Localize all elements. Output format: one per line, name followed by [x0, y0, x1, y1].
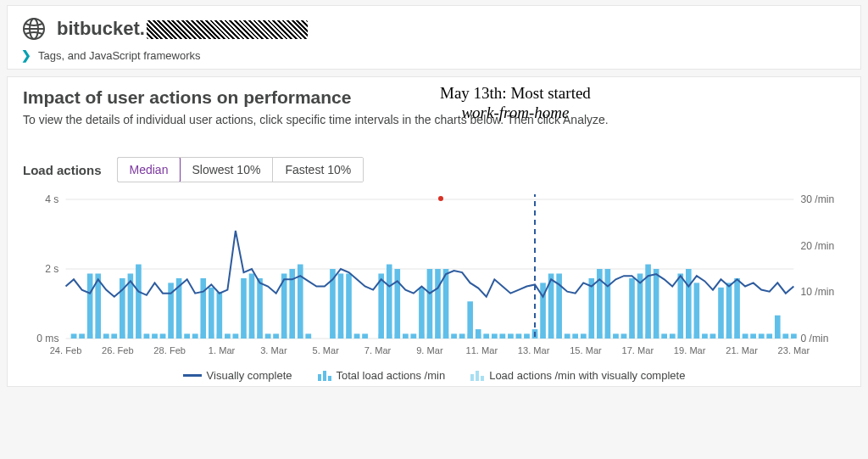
annotation-line2: work-from-home — [440, 104, 591, 123]
svg-rect-102 — [87, 273, 93, 339]
svg-text:5. Mar: 5. Mar — [313, 345, 340, 355]
svg-text:24. Feb: 24. Feb — [50, 345, 82, 355]
tab-slowest[interactable]: Slowest 10% — [180, 158, 273, 182]
svg-rect-123 — [257, 278, 263, 339]
svg-rect-170 — [661, 334, 667, 339]
svg-text:17. Mar: 17. Mar — [622, 345, 654, 355]
svg-rect-136 — [387, 265, 392, 339]
svg-rect-143 — [443, 269, 449, 339]
page: bitbucket. ❯ Tags, and JavaScript framew… — [0, 5, 868, 459]
svg-rect-119 — [225, 334, 231, 339]
marker-dot-icon — [438, 196, 443, 201]
svg-rect-148 — [483, 334, 489, 339]
legend-bars-light: Load actions /min with visually complete — [470, 369, 685, 382]
legend-bars-light-icon — [470, 371, 484, 381]
svg-rect-185 — [783, 334, 789, 339]
svg-rect-129 — [306, 334, 312, 339]
svg-text:28. Feb: 28. Feb — [153, 345, 186, 355]
app-name-text: bitbucket. — [57, 18, 145, 39]
svg-rect-146 — [467, 301, 473, 339]
panel-title: Impact of user actions on performance — [23, 87, 845, 108]
legend-bars-light-label: Load actions /min with visually complete — [489, 369, 685, 382]
svg-rect-114 — [184, 334, 190, 339]
chevron-right-icon: ❯ — [21, 48, 31, 62]
svg-rect-109 — [144, 334, 150, 339]
legend-bars-solid-label: Total load actions /min — [337, 369, 446, 382]
svg-text:20 /min: 20 /min — [800, 240, 834, 252]
chart-frame[interactable]: 4 s2 s0 ms30 /min20 /min10 /min0 /min24.… — [23, 194, 845, 381]
svg-rect-120 — [233, 334, 239, 339]
svg-rect-175 — [702, 334, 708, 339]
svg-rect-166 — [629, 278, 635, 339]
svg-rect-116 — [200, 278, 206, 339]
svg-rect-125 — [273, 334, 279, 339]
svg-rect-108 — [136, 265, 142, 339]
svg-text:2 s: 2 s — [45, 263, 58, 275]
svg-rect-149 — [492, 334, 498, 339]
app-header: bitbucket. ❯ Tags, and JavaScript framew… — [7, 5, 861, 70]
svg-text:21. Mar: 21. Mar — [726, 345, 758, 355]
svg-rect-101 — [79, 334, 85, 339]
svg-rect-186 — [791, 334, 797, 339]
chart-svg[interactable]: 4 s2 s0 ms30 /min20 /min10 /min0 /min24.… — [23, 194, 845, 364]
svg-text:26. Feb: 26. Feb — [102, 345, 134, 355]
svg-rect-165 — [621, 334, 627, 339]
legend-bars-solid: Total load actions /min — [318, 369, 446, 382]
svg-text:0 ms: 0 ms — [36, 333, 58, 344]
svg-rect-145 — [459, 334, 465, 339]
svg-rect-138 — [403, 334, 409, 339]
globe-icon — [21, 16, 47, 42]
legend-line-label: Visually complete — [207, 369, 292, 382]
svg-rect-144 — [451, 334, 457, 339]
svg-text:30 /min: 30 /min — [800, 194, 834, 205]
svg-rect-124 — [265, 334, 271, 339]
breadcrumb[interactable]: ❯ Tags, and JavaScript frameworks — [21, 48, 847, 62]
svg-rect-134 — [362, 334, 368, 339]
svg-rect-115 — [192, 334, 198, 339]
svg-rect-179 — [734, 278, 740, 339]
svg-text:10 /min: 10 /min — [800, 286, 834, 298]
svg-rect-100 — [71, 334, 77, 339]
title-row: bitbucket. — [21, 16, 847, 42]
legend-bars-solid-icon — [318, 371, 331, 381]
panel-description: To view the details of individual user a… — [23, 113, 845, 126]
svg-rect-172 — [677, 273, 683, 339]
svg-text:19. Mar: 19. Mar — [674, 345, 706, 355]
svg-rect-182 — [759, 334, 765, 339]
svg-rect-122 — [249, 273, 255, 339]
app-title: bitbucket. — [57, 18, 308, 40]
controls-label: Load actions — [23, 163, 102, 177]
svg-rect-147 — [476, 329, 481, 339]
chart-legend: Visually complete Total load actions /mi… — [23, 369, 845, 382]
svg-rect-160 — [581, 334, 587, 339]
annotation-text: May 13th: Most started work-from-home — [440, 84, 591, 123]
svg-text:1. Mar: 1. Mar — [209, 345, 236, 355]
redacted-domain — [147, 20, 308, 39]
segmented-control: Median Slowest 10% Fastest 10% — [117, 157, 364, 182]
svg-rect-131 — [338, 273, 344, 339]
svg-text:4 s: 4 s — [45, 194, 58, 205]
svg-rect-161 — [589, 278, 595, 339]
svg-rect-135 — [378, 273, 384, 339]
svg-rect-151 — [508, 334, 514, 339]
svg-text:9. Mar: 9. Mar — [416, 345, 443, 355]
svg-rect-152 — [516, 334, 522, 339]
tab-fastest[interactable]: Fastest 10% — [273, 158, 363, 182]
tab-median[interactable]: Median — [117, 157, 181, 182]
svg-rect-133 — [354, 334, 360, 339]
controls-row: Load actions Median Slowest 10% Fastest … — [23, 157, 845, 182]
svg-rect-110 — [152, 334, 158, 339]
performance-panel: Impact of user actions on performance To… — [7, 76, 861, 387]
svg-text:23. Mar: 23. Mar — [778, 345, 810, 355]
svg-text:13. Mar: 13. Mar — [518, 345, 550, 355]
svg-text:15. Mar: 15. Mar — [570, 345, 602, 355]
svg-rect-104 — [103, 334, 109, 339]
svg-rect-183 — [766, 334, 772, 339]
svg-rect-178 — [726, 283, 732, 339]
svg-rect-117 — [209, 288, 214, 339]
svg-rect-158 — [565, 334, 570, 339]
svg-rect-177 — [718, 288, 724, 339]
svg-rect-141 — [427, 269, 433, 339]
svg-rect-137 — [394, 269, 400, 339]
annotation-line1: May 13th: Most started — [440, 84, 591, 104]
